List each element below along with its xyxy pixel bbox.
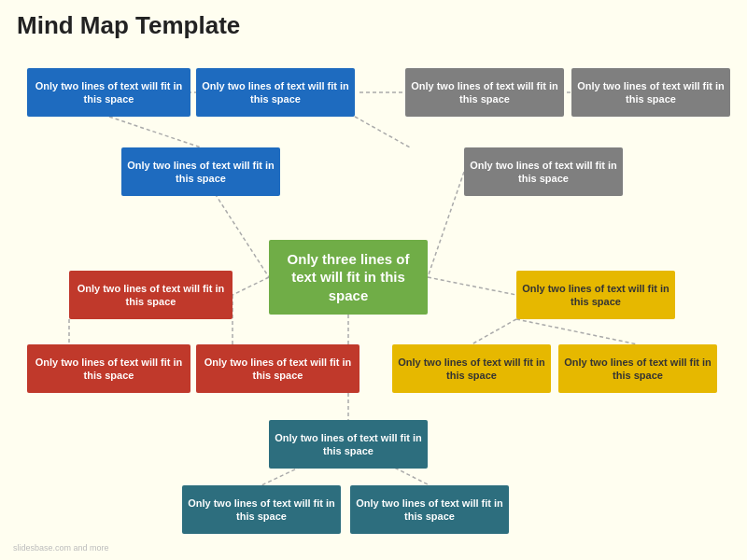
node-n3[interactable]: Only two lines of text will fit in this …: [405, 68, 564, 117]
node-n14[interactable]: Only two lines of text will fit in this …: [182, 485, 341, 534]
node-n8[interactable]: Only two lines of text will fit in this …: [516, 271, 675, 319]
svg-line-7: [233, 277, 269, 295]
page-title: Mind Map Template: [17, 11, 240, 40]
svg-line-4: [355, 117, 410, 147]
node-n2[interactable]: Only two lines of text will fit in this …: [196, 68, 355, 117]
node-center[interactable]: Only three lines of text will fit in thi…: [269, 240, 428, 315]
node-n15[interactable]: Only two lines of text will fit in this …: [350, 485, 509, 534]
node-n7[interactable]: Only two lines of text will fit in this …: [69, 271, 233, 319]
svg-line-8: [428, 277, 516, 295]
node-n4[interactable]: Only two lines of text will fit in this …: [571, 68, 730, 117]
node-n1[interactable]: Only two lines of text will fit in this …: [27, 68, 190, 117]
node-n11[interactable]: Only two lines of text will fit in this …: [392, 344, 551, 393]
watermark-text: slidesbase.com and more: [13, 543, 109, 553]
svg-line-13: [472, 319, 516, 344]
node-n13[interactable]: Only two lines of text will fit in this …: [269, 420, 428, 469]
node-n5[interactable]: Only two lines of text will fit in this …: [121, 147, 280, 196]
node-n12[interactable]: Only two lines of text will fit in this …: [558, 344, 717, 393]
node-n9[interactable]: Only two lines of text will fit in this …: [27, 344, 190, 393]
svg-line-6: [428, 172, 464, 277]
svg-line-14: [516, 319, 638, 344]
svg-line-3: [109, 117, 201, 147]
node-n6[interactable]: Only two lines of text will fit in this …: [464, 147, 623, 196]
node-n10[interactable]: Only two lines of text will fit in this …: [196, 344, 359, 393]
